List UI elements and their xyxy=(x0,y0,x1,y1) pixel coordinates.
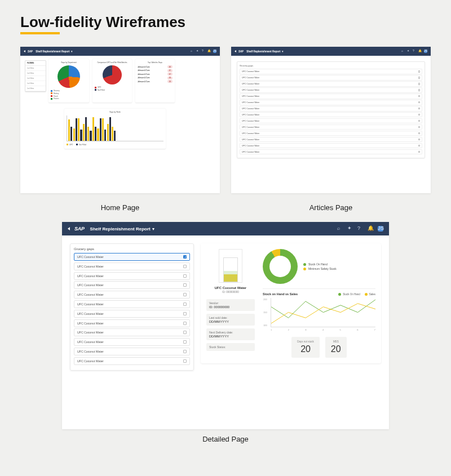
copilot-icon[interactable]: ✦ xyxy=(196,50,200,53)
chevron-down-icon[interactable]: ▾ xyxy=(152,226,154,232)
bell-icon[interactable]: 🔔 xyxy=(418,50,422,53)
card-comparison: Comparison UFO and Not Filled Articles U… xyxy=(92,59,132,103)
back-icon[interactable] xyxy=(235,50,236,52)
list-item[interactable]: UFC Coconut Water xyxy=(240,69,422,74)
list-item[interactable]: UFC Coconut Water xyxy=(240,149,422,155)
checkbox-icon[interactable] xyxy=(418,89,421,91)
list-item[interactable]: UFC Coconut Water xyxy=(74,291,190,299)
checkbox-icon[interactable] xyxy=(183,293,187,296)
card-gaps-by-week: Gaps by Week UFO xyxy=(64,109,166,149)
back-icon[interactable] xyxy=(68,227,70,230)
checkbox-icon[interactable] xyxy=(418,120,421,122)
filter-item[interactable]: List View xyxy=(25,81,46,86)
pie-legend: Grocery Bakery Fresh Frozen xyxy=(51,90,87,100)
copilot-icon[interactable]: ✦ xyxy=(407,50,410,53)
line-chart: 200150100 xyxy=(271,298,375,327)
caption-detailed: Detailed Page xyxy=(20,435,431,443)
list-item[interactable]: UFC Coconut Water xyxy=(240,106,422,112)
checkbox-icon[interactable] xyxy=(183,331,187,334)
page-title: Low-fidelity Wireframes xyxy=(20,14,431,31)
checkbox-icon[interactable] xyxy=(418,95,421,97)
checkbox-icon[interactable] xyxy=(183,274,187,278)
list-item[interactable]: UFC Coconut Water xyxy=(240,94,422,99)
app-header: SAP Shelf Replenishment Report ▾ ⌕ ✦ ? 🔔… xyxy=(62,222,389,235)
avatar[interactable]: JS xyxy=(378,226,383,232)
vendor-box: Vendor: ID: 000000000 xyxy=(206,299,255,311)
search-icon[interactable]: ⌕ xyxy=(337,226,343,232)
checkbox-icon[interactable] xyxy=(183,322,187,325)
list-item[interactable]: UFC Coconut Water xyxy=(240,118,422,124)
checkbox-icon[interactable] xyxy=(418,145,421,147)
checkbox-icon[interactable] xyxy=(183,340,187,344)
bell-icon[interactable]: 🔔 xyxy=(207,50,211,53)
list-item[interactable]: UFC Coconut Water xyxy=(240,143,422,149)
checkbox-icon[interactable] xyxy=(183,312,187,315)
checkbox-icon[interactable] xyxy=(418,108,421,110)
checkbox-icon[interactable] xyxy=(418,83,421,85)
copilot-icon[interactable]: ✦ xyxy=(347,226,353,232)
list-item[interactable]: UFC Coconut Water xyxy=(240,100,422,105)
checkbox-icon[interactable] xyxy=(183,265,187,268)
list-title: Grocery gaps xyxy=(74,247,190,251)
list-item[interactable]: UFC Coconut Water xyxy=(240,87,422,93)
checkbox-icon[interactable] xyxy=(418,132,421,135)
card-gaps-by-department: Gaps by Department Grocery Bakery Fresh … xyxy=(48,59,89,103)
bar-legend: UFO Not Filled xyxy=(67,143,163,146)
list-item[interactable]: UFC Coconut Water xyxy=(74,357,190,365)
list-item[interactable]: UFC Coconut Water xyxy=(240,124,422,130)
search-icon[interactable]: ⌕ xyxy=(191,50,194,53)
bell-icon[interactable]: 🔔 xyxy=(368,226,373,232)
search-icon[interactable]: ⌕ xyxy=(401,50,405,53)
list-item[interactable]: UFC Coconut Water xyxy=(74,253,190,261)
list-item[interactable]: UFC Coconut Water xyxy=(74,319,190,327)
help-icon[interactable]: ? xyxy=(202,50,205,53)
checkbox-icon[interactable] xyxy=(418,70,421,73)
list-item[interactable]: UFC Coconut Water xyxy=(74,281,190,289)
list-item[interactable]: UFC Coconut Water xyxy=(240,137,422,143)
list-item[interactable]: UFC Coconut Water xyxy=(240,75,422,81)
list-item[interactable]: UFC Coconut Water xyxy=(240,112,422,118)
caption-home: Home Page xyxy=(20,203,220,212)
checkbox-icon[interactable] xyxy=(183,359,187,363)
checkbox-icon[interactable] xyxy=(418,126,421,128)
pie-chart xyxy=(103,65,122,84)
filter-item[interactable]: List View xyxy=(25,76,46,81)
list-title: Grocery gaps xyxy=(240,64,422,67)
list-item[interactable]: UFC Coconut Water xyxy=(74,348,190,355)
list-item[interactable]: UFC Coconut Water xyxy=(74,338,190,346)
list-item[interactable]: UFC Coconut Water xyxy=(74,263,190,270)
list-item[interactable]: UFC Coconut Water xyxy=(74,300,190,308)
checkbox-icon[interactable] xyxy=(418,139,421,141)
list-item[interactable]: UFC Coconut Water xyxy=(74,272,190,280)
product-id: ID: 000000000 xyxy=(206,291,255,293)
avatar[interactable]: JS xyxy=(213,50,216,53)
checkbox-icon[interactable] xyxy=(418,114,421,116)
help-icon[interactable]: ? xyxy=(357,226,363,232)
checkbox-icon[interactable] xyxy=(183,255,187,259)
filter-item[interactable]: List View xyxy=(25,66,46,71)
charts-column: Stock On Hand Minimum Safety Stock Stock… xyxy=(263,249,375,358)
list-item[interactable]: UFC Coconut Water xyxy=(240,81,422,87)
list-item[interactable]: UFC Coconut Water xyxy=(74,328,190,336)
sap-logo: SAP xyxy=(238,50,243,53)
checkbox-icon[interactable] xyxy=(418,101,421,104)
checkbox-icon[interactable] xyxy=(418,151,421,153)
list-item[interactable]: UFC Coconut Water xyxy=(74,310,190,318)
filter-item[interactable]: List View xyxy=(25,86,46,91)
checkbox-icon[interactable] xyxy=(183,283,187,287)
chevron-down-icon[interactable]: ▾ xyxy=(282,50,284,53)
line-chart-card: Stock on Hand vs Sales Stock On Hand Sal… xyxy=(263,288,375,331)
filter-item[interactable]: List View xyxy=(25,71,46,76)
detailed-list: Grocery gaps UFC Coconut WaterUFC Coconu… xyxy=(70,243,194,371)
checkbox-icon[interactable] xyxy=(183,350,187,353)
back-icon[interactable] xyxy=(24,50,25,52)
list-item[interactable]: UFC Coconut Water xyxy=(240,131,422,136)
avatar[interactable]: JS xyxy=(424,50,427,53)
pie-legend: UFO Not Filled xyxy=(95,86,130,91)
chevron-down-icon[interactable]: ▾ xyxy=(71,50,73,53)
help-icon[interactable]: ? xyxy=(413,50,416,53)
checkbox-icon[interactable] xyxy=(418,77,421,79)
app-title: Shelf Replenishment Report xyxy=(246,50,280,53)
card-title: Gaps by Week xyxy=(67,111,163,113)
checkbox-icon[interactable] xyxy=(183,302,187,306)
